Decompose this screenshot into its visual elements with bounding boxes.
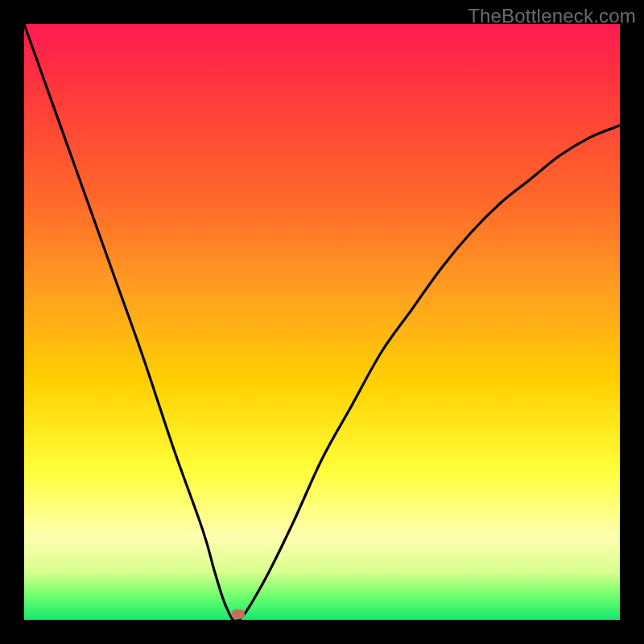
plot-area bbox=[24, 24, 620, 620]
optimum-marker bbox=[232, 609, 245, 619]
chart-frame: TheBottleneck.com bbox=[0, 0, 644, 644]
curve-svg bbox=[24, 24, 620, 620]
bottleneck-curve-path bbox=[24, 24, 620, 620]
